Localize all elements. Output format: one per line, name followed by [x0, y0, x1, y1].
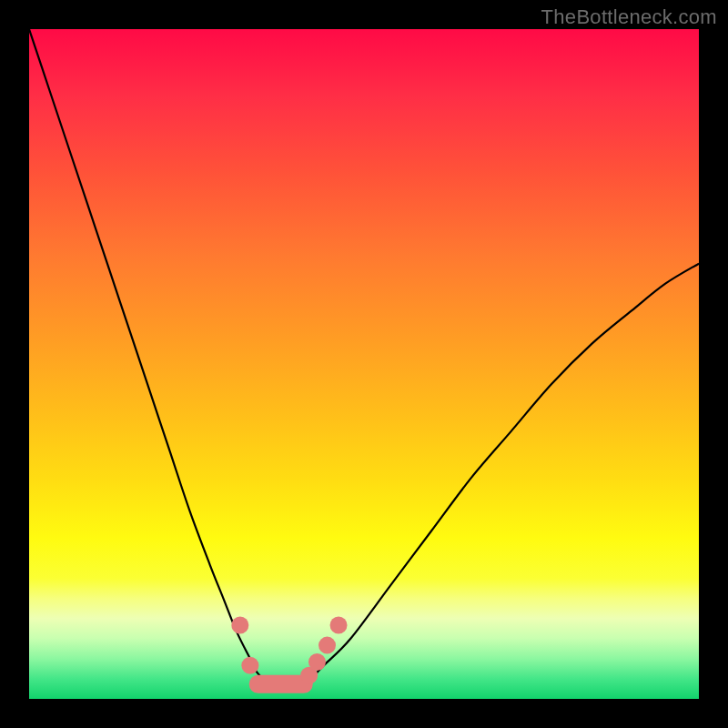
threshold-marker: [308, 653, 326, 671]
threshold-marker: [231, 617, 248, 634]
bottleneck-curve: [29, 29, 699, 686]
chart-frame: TheBottleneck.com: [0, 0, 728, 728]
threshold-marker: [241, 657, 258, 674]
threshold-marker: [330, 617, 348, 634]
plot-area: [29, 29, 699, 699]
curve-layer: [29, 29, 699, 699]
watermark-text: TheBottleneck.com: [541, 5, 717, 29]
threshold-markers-group: [231, 617, 347, 684]
threshold-marker: [318, 637, 336, 654]
